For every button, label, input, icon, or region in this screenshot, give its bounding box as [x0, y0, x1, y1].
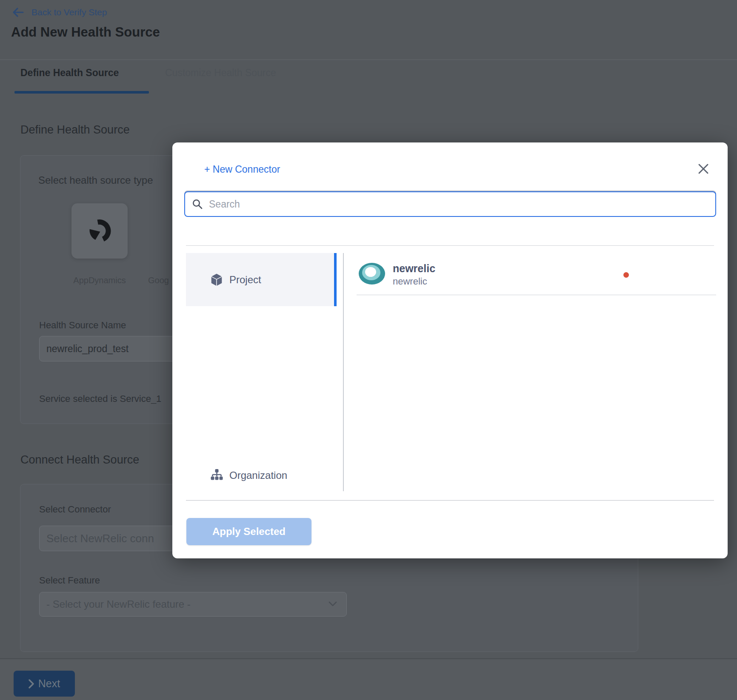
screen: Back to Verify Step Add New Health Sourc…	[0, 0, 737, 700]
select-connector-label: Select Connector	[39, 504, 111, 515]
status-dot-icon	[623, 272, 629, 278]
next-button-label: Next	[38, 677, 60, 690]
footer-bar	[0, 659, 737, 700]
header-divider	[0, 60, 737, 60]
chevron-down-icon	[329, 600, 337, 608]
connector-id: newrelic	[393, 276, 435, 288]
newrelic-logo-icon	[359, 263, 385, 285]
connector-name: newrelic	[393, 262, 435, 276]
health-source-type-appdynamics-tile[interactable]	[71, 203, 128, 259]
org-chart-icon	[210, 469, 223, 482]
modal-top-divider	[186, 245, 714, 246]
tab-customize-health-source[interactable]: Customize Health Source	[165, 67, 276, 79]
connector-select-modal: + New Connector Project	[172, 142, 728, 558]
back-link[interactable]: Back to Verify Step	[12, 7, 107, 18]
source-type-label-appdynamics: AppDynamics	[66, 276, 133, 285]
chevron-right-icon	[29, 679, 34, 689]
service-selected-note: Service selected is Service_1	[39, 393, 161, 404]
select-feature-dropdown[interactable]: - Select your NewRelic feature -	[39, 592, 347, 617]
connect-section-heading: Connect Health Source	[20, 453, 139, 467]
search-icon	[192, 199, 203, 210]
scope-list-divider	[343, 253, 344, 491]
back-arrow-icon	[12, 7, 24, 18]
health-source-name-label: Health Source Name	[39, 320, 126, 331]
connector-row-divider	[357, 295, 716, 295]
select-connector-placeholder: Select NewRelic conn	[46, 532, 154, 545]
scope-item-project[interactable]: Project	[186, 253, 337, 306]
next-button[interactable]: Next	[14, 671, 75, 697]
scope-organization-label: Organization	[229, 470, 287, 481]
cube-icon	[210, 273, 223, 287]
close-icon[interactable]	[697, 162, 710, 175]
health-source-name-value: newrelic_prod_test	[46, 343, 129, 355]
select-health-source-type-label: Select health source type	[38, 174, 153, 186]
modal-bottom-divider	[186, 500, 714, 501]
active-tab-underline	[14, 91, 149, 94]
search-box	[184, 191, 716, 217]
apply-selected-button[interactable]: Apply Selected	[186, 518, 311, 545]
scope-project-label: Project	[229, 274, 261, 286]
back-link-label: Back to Verify Step	[31, 7, 107, 17]
define-section-heading: Define Health Source	[20, 123, 130, 137]
page-title: Add New Health Source	[11, 25, 160, 40]
appdynamics-logo-icon	[85, 216, 114, 246]
tab-define-health-source[interactable]: Define Health Source	[20, 67, 119, 79]
select-feature-placeholder: - Select your NewRelic feature -	[46, 598, 191, 610]
scope-item-organization[interactable]: Organization	[186, 459, 337, 492]
search-input[interactable]	[209, 199, 715, 210]
source-type-label-google-truncated: Goog	[148, 276, 169, 285]
new-connector-link[interactable]: + New Connector	[204, 164, 280, 175]
select-feature-label: Select Feature	[39, 575, 100, 586]
